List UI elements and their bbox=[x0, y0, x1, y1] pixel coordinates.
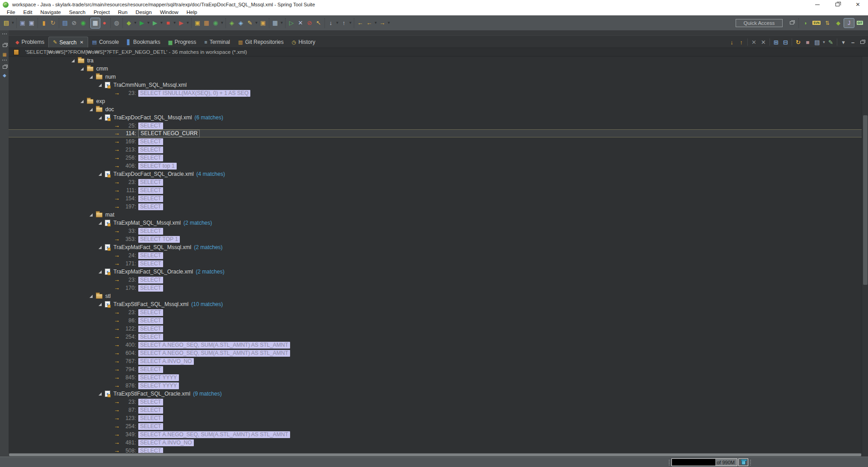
expand-arrow-icon[interactable] bbox=[99, 173, 102, 176]
folder-row[interactable]: doc bbox=[9, 105, 862, 113]
match-row[interactable]: →170:SELECT bbox=[9, 284, 862, 292]
cancel-search-icon[interactable]: ■ bbox=[803, 38, 812, 47]
expand-all-icon[interactable]: ⊞ bbox=[771, 38, 781, 47]
maximize-view-icon[interactable] bbox=[858, 38, 867, 47]
quick-access-box[interactable]: Quick Access bbox=[736, 19, 783, 27]
menu-window[interactable]: Window bbox=[156, 9, 183, 15]
match-row[interactable]: →123:SELECT bbox=[9, 414, 862, 422]
file-row[interactable]: xTraExpMat_SQL_Mssql.xml(2 matches) bbox=[9, 219, 862, 227]
match-row[interactable]: →876:SELECT YYYY bbox=[9, 382, 862, 390]
profile-icon[interactable]: ▶ bbox=[150, 18, 160, 28]
match-row[interactable]: →256:SELECT bbox=[9, 154, 862, 162]
match-row[interactable]: →87:SELECT bbox=[9, 406, 862, 414]
remove-all-matches-icon[interactable]: ✕ bbox=[759, 38, 768, 47]
match-row[interactable]: →197:SELECT bbox=[9, 203, 862, 211]
next-annotation-dropdown-arrow[interactable]: ▼ bbox=[335, 18, 339, 28]
vertical-scrollbar[interactable] bbox=[862, 57, 868, 457]
tab-bookmarks[interactable]: ▋Bookmarks bbox=[123, 37, 164, 47]
save-icon[interactable]: ▣ bbox=[18, 18, 27, 28]
match-row[interactable]: →254:SELECT bbox=[9, 333, 862, 341]
match-row[interactable]: →353:SELECT TOP 1 bbox=[9, 235, 862, 243]
previous-annotation-dropdown-arrow[interactable]: ▼ bbox=[348, 18, 352, 28]
pin-view-icon[interactable]: ✎ bbox=[826, 38, 835, 47]
file-row[interactable]: xTraExpDocFact_SQL_Mssql.xml(6 matches) bbox=[9, 113, 862, 122]
menu-run[interactable]: Run bbox=[114, 9, 131, 15]
close-button[interactable]: ✕ bbox=[848, 0, 868, 9]
file-row[interactable]: xTraCmmNum_SQL_Mssql.xml bbox=[9, 81, 862, 89]
build-jar-icon[interactable]: ▮ bbox=[39, 18, 48, 28]
match-row[interactable]: →24:SELECT bbox=[9, 251, 862, 259]
expand-arrow-icon[interactable] bbox=[89, 213, 93, 217]
last-edit-location-icon[interactable]: ← bbox=[356, 18, 365, 28]
open-type-icon[interactable]: ◈ bbox=[236, 18, 245, 28]
search-results-tree[interactable]: tracmmnumxTraCmmNum_SQL_Mssql.xml→23:SEL… bbox=[9, 57, 862, 457]
terminate-all-icon[interactable]: ⊘ bbox=[305, 18, 314, 28]
stop-dropdown-arrow[interactable]: ▼ bbox=[173, 18, 177, 28]
previous-searches-icon[interactable]: ▤ bbox=[812, 38, 822, 47]
table-delete-dropdown-arrow[interactable]: ▼ bbox=[280, 18, 284, 28]
menu-navigate[interactable]: Navigate bbox=[36, 9, 65, 15]
expand-arrow-icon[interactable] bbox=[99, 222, 102, 225]
heap-status-bar[interactable]: of 990M bbox=[671, 458, 737, 466]
menu-file[interactable]: File bbox=[3, 9, 19, 15]
expand-arrow-icon[interactable] bbox=[99, 246, 102, 249]
expand-arrow-icon[interactable] bbox=[99, 303, 102, 306]
folder-row[interactable]: stl bbox=[9, 292, 862, 300]
file-row[interactable]: xTraExpDocFact_SQL_Oracle.xml(4 matches) bbox=[9, 170, 862, 178]
stop-icon[interactable]: ■ bbox=[164, 18, 173, 28]
file-row[interactable]: xTraExpMatFact_SQL_Mssql.xml(2 matches) bbox=[9, 243, 862, 251]
match-row[interactable]: →481:SELECT A.INVO_NO bbox=[9, 439, 862, 447]
search-flashlight-dropdown-arrow[interactable]: ▼ bbox=[254, 18, 258, 28]
back-icon[interactable]: ← bbox=[365, 18, 374, 28]
run-dropdown-arrow[interactable]: ▼ bbox=[146, 18, 150, 28]
folder-row[interactable]: exp bbox=[9, 97, 862, 105]
debug-dropdown-arrow[interactable]: ▼ bbox=[133, 18, 137, 28]
previous-searches-dropdown-arrow[interactable]: ▼ bbox=[822, 37, 826, 47]
expand-arrow-icon[interactable] bbox=[89, 75, 93, 79]
new-wizard-dropdown-arrow[interactable]: ▼ bbox=[11, 18, 15, 28]
git-perspective-icon[interactable]: GIT bbox=[855, 19, 865, 28]
folder-row[interactable]: tra bbox=[9, 57, 862, 65]
expand-arrow-icon[interactable] bbox=[80, 100, 84, 103]
vertical-scrollbar-thumb[interactable] bbox=[863, 115, 868, 285]
db-sync-perspective-icon[interactable]: ⇅ bbox=[822, 19, 832, 28]
menu-search[interactable]: Search bbox=[65, 9, 89, 15]
tab-progress[interactable]: ▆Progress bbox=[164, 37, 201, 47]
run-icon[interactable]: ▶ bbox=[137, 18, 146, 28]
file-row[interactable]: xTraExpMatFact_SQL_Oracle.xml(2 matches) bbox=[9, 268, 862, 276]
table-delete-icon[interactable]: ▦ bbox=[271, 18, 280, 28]
spring-tools-icon[interactable]: ◈ bbox=[227, 18, 236, 28]
horizontal-scrollbar[interactable] bbox=[9, 453, 862, 457]
tab-search[interactable]: ✎Search✕ bbox=[48, 37, 88, 47]
tab-history[interactable]: ◷History bbox=[288, 37, 319, 47]
svn-perspective-icon[interactable]: SVN bbox=[812, 19, 821, 28]
match-row[interactable]: →169:SELECT bbox=[9, 137, 862, 146]
coverage-icon[interactable]: ◍ bbox=[112, 18, 121, 28]
match-row[interactable]: →154:SELECT bbox=[9, 194, 862, 203]
back-dropdown-arrow[interactable]: ▼ bbox=[374, 18, 378, 28]
menu-edit[interactable]: Edit bbox=[19, 9, 37, 15]
folder-row[interactable]: num bbox=[9, 73, 862, 81]
java-perspective-icon[interactable]: J bbox=[844, 19, 854, 28]
show-grid-icon[interactable]: ▦ bbox=[91, 18, 100, 28]
minimize-view-icon[interactable]: – bbox=[848, 38, 858, 47]
relaunch-dropdown-arrow[interactable]: ▼ bbox=[186, 18, 190, 28]
save-all-icon[interactable]: ▣ bbox=[27, 18, 36, 28]
new-class-dropdown-arrow[interactable]: ▼ bbox=[220, 18, 224, 28]
match-row[interactable]: →767:SELECT A.INVO_NO bbox=[9, 357, 862, 365]
new-java-element-icon[interactable]: ▣ bbox=[193, 18, 202, 28]
match-row[interactable]: →254:SELECT bbox=[9, 422, 862, 430]
tab-problems[interactable]: ◆Problems bbox=[11, 37, 48, 47]
match-row[interactable]: →171:SELECT bbox=[9, 259, 862, 268]
match-row[interactable]: →23:SELECT ISNULL(MAX(SEQ), 0) + 1 AS SE… bbox=[9, 89, 862, 97]
expand-arrow-icon[interactable] bbox=[71, 59, 75, 62]
match-row[interactable]: →111:SELECT bbox=[9, 186, 862, 194]
horizontal-scrollbar-thumb[interactable] bbox=[9, 453, 861, 456]
new-package-icon[interactable]: ▦ bbox=[202, 18, 211, 28]
search-flashlight-icon[interactable]: ✎ bbox=[245, 18, 254, 28]
expand-arrow-icon[interactable] bbox=[99, 392, 102, 396]
match-row[interactable]: →794:SELECT bbox=[9, 365, 862, 373]
forward-dropdown-arrow[interactable]: ▼ bbox=[387, 18, 391, 28]
file-row[interactable]: xTraExpStlFact_SQL_Oracle.xml(9 matches) bbox=[9, 390, 862, 398]
heap-drag-handle-right[interactable] bbox=[750, 459, 751, 466]
